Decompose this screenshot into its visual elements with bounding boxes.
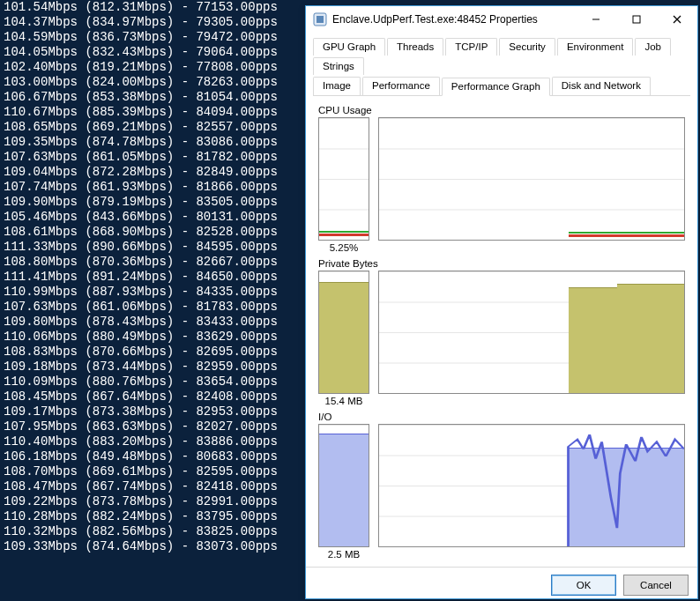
tab-threads[interactable]: Threads <box>387 38 443 56</box>
cancel-button[interactable]: Cancel <box>623 575 689 596</box>
tab-environment[interactable]: Environment <box>557 38 634 56</box>
dialog-footer: OK Cancel <box>306 567 697 601</box>
maximize-button[interactable] <box>616 6 657 33</box>
tab-content: CPU Usage 5.25% Private Bytes <box>306 96 697 567</box>
tab-security[interactable]: Security <box>499 38 555 56</box>
tab-performance-graph[interactable]: Performance Graph <box>442 78 550 96</box>
pbytes-history-chart <box>378 271 685 394</box>
close-button[interactable] <box>657 6 697 33</box>
io-label: I/O <box>318 412 685 422</box>
minimize-button[interactable] <box>576 6 616 33</box>
io-section: I/O 2.5 MB <box>318 412 685 560</box>
cpu-section: CPU Usage 5.25% <box>318 105 685 253</box>
io-value: 2.5 MB <box>318 549 369 560</box>
pbytes-value: 15.4 MB <box>318 396 369 406</box>
tab-performance[interactable]: Performance <box>362 77 440 95</box>
titlebar[interactable]: Enclave.UdpPerf.Test.exe:48452 Propertie… <box>306 6 697 33</box>
pbytes-mini-chart <box>318 271 369 394</box>
tab-strings[interactable]: Strings <box>313 57 364 75</box>
cpu-label: CPU Usage <box>318 105 685 115</box>
tab-gpu-graph[interactable]: GPU Graph <box>313 38 385 56</box>
window-title: Enclave.UdpPerf.Test.exe:48452 Propertie… <box>332 13 576 26</box>
io-mini-chart <box>318 424 369 547</box>
tab-image[interactable]: Image <box>313 77 361 95</box>
tabstrip: GPU GraphThreadsTCP/IPSecurityEnvironmen… <box>313 36 690 96</box>
tab-tcp-ip[interactable]: TCP/IP <box>445 38 497 56</box>
tab-job[interactable]: Job <box>635 38 671 56</box>
cpu-mini-chart <box>318 117 369 241</box>
app-icon <box>313 12 327 26</box>
cpu-history-chart <box>378 117 685 241</box>
tab-disk-and-network[interactable]: Disk and Network <box>552 77 651 95</box>
ok-button[interactable]: OK <box>551 575 616 596</box>
properties-window: Enclave.UdpPerf.Test.exe:48452 Propertie… <box>305 5 698 599</box>
svg-rect-1 <box>316 16 324 23</box>
svg-rect-3 <box>633 16 640 23</box>
pbytes-label: Private Bytes <box>318 258 685 269</box>
io-history-chart <box>378 424 685 547</box>
private-bytes-section: Private Bytes 15.4 MB <box>318 258 685 406</box>
cpu-value: 5.25% <box>318 242 369 253</box>
